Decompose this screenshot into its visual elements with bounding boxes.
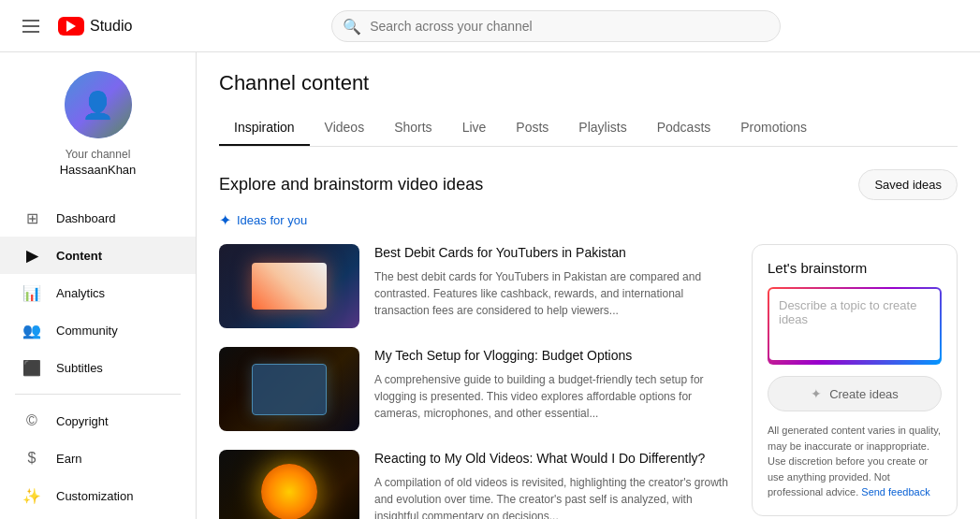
sidebar-item-dashboard[interactable]: ⊞ Dashboard [0, 199, 196, 237]
earn-icon: $ [22, 449, 41, 468]
idea-card-1: Best Debit Cards for YouTubers in Pakist… [219, 244, 733, 328]
sidebar-profile: 👤 Your channel HassaanKhan [0, 52, 196, 192]
page-title: Channel content [219, 71, 958, 95]
idea-thumbnail-1 [219, 244, 359, 328]
thumb-visual [252, 263, 327, 310]
sidebar-item-earn[interactable]: $ Earn [0, 440, 196, 477]
hamburger-menu[interactable] [15, 12, 47, 40]
tabs: Inspiration Videos Shorts Live Posts Pla… [219, 110, 958, 147]
sidebar-item-content[interactable]: ▶ Content [0, 237, 196, 274]
dashboard-icon: ⊞ [22, 209, 41, 227]
nav-divider [15, 394, 181, 395]
thumb-visual [261, 464, 317, 519]
sidebar: 👤 Your channel HassaanKhan ⊞ Dashboard ▶… [0, 52, 197, 519]
idea-card-2: My Tech Setup for Vlogging: Budget Optio… [219, 347, 733, 431]
channel-name: HassaanKhan [60, 163, 137, 177]
idea-desc-2: A comprehensive guide to building a budg… [374, 371, 733, 422]
sidebar-item-label: Earn [56, 452, 81, 466]
spark-icon: ✦ [811, 386, 822, 401]
avatar: 👤 [65, 71, 132, 138]
ideas-for-you-label: Ideas for you [237, 213, 307, 227]
logo-text: Studio [90, 18, 132, 35]
inspiration-title: Explore and brainstorm video ideas [219, 175, 483, 195]
brainstorm-title: Let's brainstorm [768, 260, 942, 276]
brainstorm-panel: Let's brainstorm ✦ Create ideas All gene… [752, 244, 958, 516]
youtube-icon [58, 17, 84, 36]
sidebar-item-label: Content [56, 249, 102, 263]
app-container: Studio 🔍 👤 Your channel HassaanKhan ⊞ [0, 0, 980, 519]
tab-posts[interactable]: Posts [501, 110, 563, 146]
tab-live[interactable]: Live [447, 110, 502, 146]
idea-thumbnail-3 [219, 450, 359, 519]
sidebar-nav: ⊞ Dashboard ▶ Content 📊 Analytics 👥 Comm… [0, 192, 196, 519]
search-bar: 🔍 [331, 10, 781, 42]
idea-info-3: Reacting to My Old Videos: What Would I … [374, 450, 733, 519]
sidebar-item-analytics[interactable]: 📊 Analytics [0, 274, 196, 311]
create-ideas-button[interactable]: ✦ Create ideas [768, 376, 942, 411]
search-icon: 🔍 [343, 17, 361, 35]
sidebar-item-label: Subtitles [56, 361, 103, 375]
ideas-list: Best Debit Cards for YouTubers in Pakist… [219, 244, 733, 519]
send-feedback-link[interactable]: Send feedback [861, 486, 929, 497]
idea-title-2: My Tech Setup for Vlogging: Budget Optio… [374, 347, 733, 366]
community-icon: 👥 [22, 321, 41, 339]
plus-icon: ✦ [219, 211, 231, 229]
two-col-layout: Best Debit Cards for YouTubers in Pakist… [219, 244, 958, 519]
tab-videos[interactable]: Videos [310, 110, 380, 146]
saved-ideas-button[interactable]: Saved ideas [858, 169, 958, 200]
content-area: Channel content Inspiration Videos Short… [197, 52, 980, 519]
idea-info-2: My Tech Setup for Vlogging: Budget Optio… [374, 347, 733, 422]
tab-shorts[interactable]: Shorts [379, 110, 446, 146]
content-icon: ▶ [22, 246, 41, 265]
idea-thumbnail-2 [219, 347, 359, 431]
idea-desc-1: The best debit cards for YouTubers in Pa… [374, 268, 733, 319]
channel-label: Your channel [66, 148, 131, 161]
tab-podcasts[interactable]: Podcasts [642, 110, 726, 146]
sidebar-item-settings[interactable]: ⚙ Settings [0, 514, 196, 519]
idea-title-1: Best Debit Cards for YouTubers in Pakist… [374, 244, 733, 263]
analytics-icon: 📊 [22, 283, 41, 302]
tab-promotions[interactable]: Promotions [725, 110, 822, 146]
search-input[interactable] [331, 10, 781, 42]
tab-playlists[interactable]: Playlists [563, 110, 641, 146]
sidebar-item-label: Community [56, 324, 118, 338]
thumb-visual [252, 364, 327, 415]
idea-card-3: Reacting to My Old Videos: What Would I … [219, 450, 733, 519]
logo: Studio [58, 17, 132, 36]
sidebar-item-label: Copyright [56, 414, 109, 428]
idea-desc-3: A compilation of old videos is revisited… [374, 474, 733, 519]
subtitles-icon: ⬛ [22, 358, 41, 377]
sidebar-item-community[interactable]: 👥 Community [0, 311, 196, 349]
idea-info-1: Best Debit Cards for YouTubers in Pakist… [374, 244, 733, 319]
sidebar-item-subtitles[interactable]: ⬛ Subtitles [0, 349, 196, 386]
sidebar-item-copyright[interactable]: © Copyright [0, 402, 196, 440]
disclaimer: All generated content varies in quality,… [768, 423, 942, 500]
idea-title-3: Reacting to My Old Videos: What Would I … [374, 450, 733, 469]
header-left: Studio [15, 12, 132, 40]
inspiration-header: Explore and brainstorm video ideas Saved… [219, 169, 958, 200]
sidebar-item-customization[interactable]: ✨ Customization [0, 477, 196, 514]
brainstorm-input[interactable] [769, 289, 940, 360]
header: Studio 🔍 [0, 0, 980, 52]
avatar-image: 👤 [65, 71, 132, 138]
tab-inspiration[interactable]: Inspiration [219, 110, 310, 146]
main-body: 👤 Your channel HassaanKhan ⊞ Dashboard ▶… [0, 52, 980, 519]
create-ideas-label: Create ideas [829, 387, 899, 401]
ideas-for-you[interactable]: ✦ Ideas for you [219, 211, 958, 229]
customization-icon: ✨ [22, 486, 41, 505]
search-wrap: 🔍 [331, 10, 781, 42]
sidebar-item-label: Dashboard [56, 211, 116, 225]
sidebar-item-label: Customization [56, 489, 133, 503]
copyright-icon: © [22, 411, 41, 430]
sidebar-item-label: Analytics [56, 286, 105, 300]
brainstorm-input-wrapper [768, 287, 942, 365]
